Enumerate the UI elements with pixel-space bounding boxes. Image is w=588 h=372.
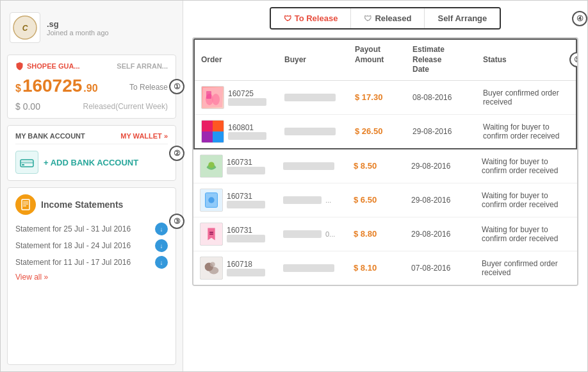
th-order: Order xyxy=(201,45,284,75)
table-row: 160718 $ 8.10 07-08-2016 Buyer co xyxy=(193,251,577,285)
order-id-blurred-2 xyxy=(228,132,266,140)
add-bank-text: + ADD BANK ACCOUNT xyxy=(44,158,138,167)
badge-2: ② xyxy=(169,146,184,161)
statement-text-1: Statement for 25 Jul - 31 Jul 2016 xyxy=(15,224,131,233)
tab-released-label: Released xyxy=(375,13,411,23)
buyer-cell-4: ... xyxy=(283,196,354,204)
order-id-3: 160731 xyxy=(227,158,265,174)
income-header: Income Statements xyxy=(15,194,168,215)
shield-icon xyxy=(15,62,24,71)
released-amount: $ 0.00 xyxy=(15,101,40,112)
statement-item-3: Statement for 11 Jul - 17 Jul 2016 ↓ xyxy=(15,256,168,269)
brand-logo: C xyxy=(10,12,40,43)
order-id-blurred-5 xyxy=(227,235,265,242)
order-id-blurred-4 xyxy=(227,201,265,208)
order-thumbnail-3 xyxy=(200,155,223,178)
table-header: Order Buyer Payout Amount Estimate Relea… xyxy=(195,40,576,81)
amount-cell-6: $ 8.10 xyxy=(354,263,411,273)
date-cell-4: 29-08-2016 xyxy=(411,196,482,205)
bank-card-header: MY BANK ACCOUNT MY WALLET » xyxy=(15,132,168,144)
order-cell-id-3: 160731 xyxy=(200,155,283,178)
tab-to-release-label: To Release xyxy=(295,13,338,23)
released-row: $ 0.00 Released(Current Week) xyxy=(15,101,168,112)
statement-text-2: Statement for 18 Jul - 24 Jul 2016 xyxy=(15,241,131,250)
table-row: 160801 $ 26.50 29-08-2016 xyxy=(195,115,576,148)
amount-cell-2: $ 26.50 xyxy=(355,126,412,136)
sidebar: C .sg Joined a month ago SHOPEE GUA... S… xyxy=(1,1,183,371)
download-button-1[interactable]: ↓ xyxy=(155,223,168,235)
order-cell-id-4: 160731 xyxy=(200,189,283,212)
table-row: 160731 $ 8.50 29-08-2016 Waiting xyxy=(193,149,577,183)
my-wallet-tab[interactable]: MY WALLET » xyxy=(120,132,168,140)
content-area: 🛡 To Release 🛡 Released Self Arrange ④ xyxy=(183,1,587,371)
tab-to-release[interactable]: 🛡 To Release xyxy=(271,8,352,28)
income-icon xyxy=(15,194,36,215)
orders-section: Order Buyer Payout Amount Estimate Relea… xyxy=(192,37,578,365)
th-status: Status xyxy=(483,45,569,75)
buyer-blurred-2 xyxy=(284,128,336,135)
tabs-header: 🛡 To Release 🛡 Released Self Arrange ④ xyxy=(192,7,578,30)
buyer-cell-1 xyxy=(284,94,355,101)
order-thumbnail-5 xyxy=(200,223,223,246)
view-all-link[interactable]: View all » xyxy=(15,273,168,282)
date-cell-1: 08-08-2016 xyxy=(412,93,483,102)
orders-table: Order Buyer Payout Amount Estimate Relea… xyxy=(192,37,578,286)
download-button-3[interactable]: ↓ xyxy=(155,256,168,269)
income-card: Income Statements Statement for 25 Jul -… xyxy=(7,187,176,365)
table-row: 160725 $ 17.30 08-08-2016 xyxy=(195,81,576,115)
to-release-label: To Release xyxy=(129,83,168,92)
buyer-cell-6 xyxy=(283,264,354,272)
my-bank-account-tab[interactable]: MY BANK ACCOUNT xyxy=(15,132,85,140)
download-button-2[interactable]: ↓ xyxy=(155,239,168,252)
self-arrange-badge: SELF ARRAN... xyxy=(117,62,168,70)
tab-released[interactable]: 🛡 Released xyxy=(351,8,425,28)
amount-integer: 160725 xyxy=(22,77,82,95)
order-id-blurred-1 xyxy=(228,98,266,106)
svg-point-21 xyxy=(208,197,214,203)
status-cell-4: Waiting for buyer to confirm order recei… xyxy=(482,191,571,209)
svg-rect-12 xyxy=(206,91,211,99)
amount-cell-4: $ 6.50 xyxy=(354,195,411,205)
th-buyer: Buyer xyxy=(284,45,355,75)
date-cell-3: 29-08-2016 xyxy=(411,162,482,171)
status-cell-3: Waiting for buyer to confirm order recei… xyxy=(482,157,571,175)
tabs-wrapper: 🛡 To Release 🛡 Released Self Arrange xyxy=(270,7,502,30)
shopee-guarantee-badge: SHOPEE GUA... xyxy=(15,62,80,71)
profile-name: .sg xyxy=(47,19,109,29)
amount-cell-1: $ 17.30 xyxy=(355,92,412,102)
badge-1: ① xyxy=(169,79,184,94)
order-thumbnail-6 xyxy=(200,257,223,280)
statement-item-1: Statement for 25 Jul - 31 Jul 2016 ↓ xyxy=(15,223,168,235)
statement-text-3: Statement for 11 Jul - 17 Jul 2016 xyxy=(15,258,131,267)
amount-cell-5: $ 8.80 xyxy=(354,229,411,239)
buyer-blurred-6 xyxy=(283,264,334,272)
buyer-blurred-1 xyxy=(284,94,336,101)
svg-rect-5 xyxy=(22,199,29,210)
badge-4: ④ xyxy=(572,11,587,26)
income-title: Income Statements xyxy=(41,199,123,210)
table-row: 160731 ... $ 6.50 29-08-2016 xyxy=(193,183,577,217)
svg-rect-14 xyxy=(213,121,224,131)
order-thumbnail-2 xyxy=(201,120,224,143)
svg-rect-16 xyxy=(213,131,224,142)
order-thumbnail-1 xyxy=(201,86,224,109)
buyer-cell-2 xyxy=(284,128,355,135)
tab-self-arrange-label: Self Arrange xyxy=(437,13,487,23)
badge-5: ⑤ xyxy=(569,52,578,67)
order-cell-id-1: 160725 xyxy=(201,86,284,109)
tab-self-arrange[interactable]: Self Arrange xyxy=(425,8,500,28)
order-id-5: 160731 xyxy=(227,226,265,242)
svg-rect-15 xyxy=(202,131,213,142)
svg-rect-3 xyxy=(20,162,33,164)
status-cell-6: Buyer confirmed order received xyxy=(482,259,571,277)
add-bank-account-button[interactable]: + ADD BANK ACCOUNT xyxy=(15,151,168,174)
buyer-blurred-5a xyxy=(283,230,322,238)
released-label: Released(Current Week) xyxy=(83,102,168,111)
svg-point-18 xyxy=(208,162,214,167)
order-id-blurred-3 xyxy=(227,167,265,174)
badge-3: ③ xyxy=(169,214,184,229)
buyer-cell-5: 0... xyxy=(283,230,354,238)
profile-joined: Joined a month ago xyxy=(47,29,109,37)
th-estimate-release: Estimate Release Date xyxy=(412,45,483,75)
amount-decimal: .90 xyxy=(83,83,97,94)
